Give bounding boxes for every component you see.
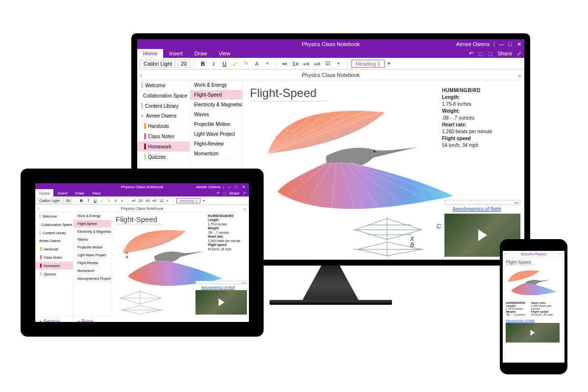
page-item[interactable]: Flight-Review <box>74 259 111 267</box>
share-profile-icon[interactable]: ◌ <box>488 50 493 57</box>
minimize-button[interactable]: — <box>499 41 504 47</box>
ink-button[interactable]: ✎ <box>106 198 112 203</box>
video-title-link[interactable]: Areodynamics of flight <box>201 286 235 289</box>
page-canvas[interactable]: Flight-Speed HUMMINGBIRD Length:1.75-8 i… <box>503 258 564 344</box>
dropdown-icon[interactable]: ▾ <box>165 198 170 203</box>
close-button[interactable]: ✕ <box>241 185 246 189</box>
fullscreen-icon[interactable]: ⤢ <box>517 50 521 57</box>
tab-view[interactable]: View <box>213 49 237 58</box>
profile-icon[interactable]: ◌ <box>478 50 483 57</box>
section-item[interactable]: Collaboration Space <box>35 220 73 229</box>
font-family-select[interactable]: Calibri Light <box>37 198 62 203</box>
font-size-select[interactable]: 20 <box>177 60 190 68</box>
italic-button[interactable]: I <box>85 198 91 203</box>
dropdown-icon[interactable]: ▾ <box>334 60 343 67</box>
section-item[interactable]: Quizzes <box>137 152 190 162</box>
section-item[interactable]: Content Library <box>137 101 190 111</box>
underline-button[interactable]: U <box>92 198 98 203</box>
highlight-button[interactable]: 🖉 <box>99 198 105 203</box>
video-title-link[interactable]: Areodynamics of flight <box>506 319 535 322</box>
page-item[interactable]: Electricity & Magnetism <box>74 228 111 236</box>
page-item[interactable]: Light Wave Project <box>190 129 243 139</box>
search-icon[interactable]: ⌕ <box>239 206 246 211</box>
font-color-button[interactable]: A <box>113 198 119 203</box>
more-icon[interactable]: ⋯ <box>559 252 563 256</box>
page-item[interactable]: Waves <box>74 236 111 244</box>
style-heading-select[interactable]: Heading 1 <box>351 60 385 68</box>
add-section-button[interactable]: + Section <box>35 317 74 322</box>
numbering-button[interactable]: 1≡ <box>291 61 300 67</box>
font-size-select[interactable]: 20 <box>63 197 72 204</box>
share-button[interactable]: Share <box>498 50 512 56</box>
arrow-right-icon[interactable]: ▸ <box>517 200 519 205</box>
section-item[interactable]: Handouts <box>137 121 190 131</box>
style-dropdown-icon[interactable]: ▾ <box>201 198 206 203</box>
share-button[interactable]: Share <box>229 191 240 196</box>
undo-icon[interactable]: ↶ <box>469 50 473 57</box>
tab-draw[interactable]: Draw <box>189 49 213 58</box>
dropdown-icon[interactable]: ▾ <box>120 198 124 203</box>
section-item[interactable]: Aimee Owens <box>35 237 73 245</box>
page-item[interactable]: Work & Energy <box>190 80 243 90</box>
page-item[interactable]: Momentum <box>190 149 243 159</box>
section-item[interactable]: Welcome <box>35 212 73 220</box>
tab-insert[interactable]: Insert <box>53 189 71 198</box>
search-icon[interactable]: ⌕ <box>514 72 521 78</box>
section-item[interactable]: Homework <box>137 142 190 152</box>
underline-button[interactable]: U <box>220 61 229 67</box>
font-family-select[interactable]: Calibri Light <box>140 60 175 68</box>
section-item[interactable]: Quizzes <box>35 270 73 278</box>
tab-draw[interactable]: Draw <box>71 189 88 198</box>
todo-button[interactable]: ☑ <box>158 198 164 203</box>
section-item[interactable]: Aimee Owens <box>137 111 190 121</box>
todo-button[interactable]: ☑ <box>323 60 332 67</box>
back-icon[interactable]: ‹ <box>140 72 147 78</box>
page-item[interactable]: Flight-Speed <box>74 220 111 228</box>
video-thumbnail[interactable] <box>196 290 247 315</box>
section-item[interactable]: Homework <box>35 262 73 270</box>
fullscreen-icon[interactable]: ⤢ <box>243 191 246 196</box>
page-item[interactable]: Flight-Review <box>190 139 243 149</box>
style-dropdown-icon[interactable]: ▾ <box>387 60 392 67</box>
section-item[interactable]: Collaboration Space <box>137 91 190 101</box>
bold-button[interactable]: B <box>78 198 84 203</box>
section-item[interactable]: Class Notes <box>35 253 73 262</box>
font-color-button[interactable]: A <box>252 61 261 67</box>
outdent-button[interactable]: «≡ <box>145 198 150 203</box>
video-title-link[interactable]: Areodynamics of flight <box>453 206 501 212</box>
video-frame-handle[interactable]: ⋯⋯◂▸ <box>444 200 520 205</box>
dropdown-icon[interactable]: ▾ <box>263 60 272 67</box>
page-item[interactable]: Flight-Speed <box>190 90 243 100</box>
italic-button[interactable]: I <box>209 61 218 67</box>
video-thumbnail[interactable] <box>506 323 560 343</box>
page-item[interactable]: Waves <box>190 110 243 120</box>
indent-button[interactable]: »≡ <box>313 61 321 67</box>
tab-home[interactable]: Home <box>137 49 163 58</box>
profile-icon[interactable]: ◌ <box>223 191 226 196</box>
arrow-left-icon[interactable]: ◂ <box>514 200 516 205</box>
minimize-button[interactable]: — <box>226 185 231 189</box>
page-item[interactable]: Work & Energy <box>74 212 111 220</box>
section-item[interactable]: Welcome <box>137 80 190 91</box>
section-item[interactable]: Handouts <box>35 245 73 253</box>
bullets-button[interactable]: •≡ <box>131 198 137 203</box>
numbering-button[interactable]: 1≡ <box>138 198 144 203</box>
add-page-button[interactable]: + Page <box>74 317 112 322</box>
indent-button[interactable]: »≡ <box>151 198 157 203</box>
back-icon[interactable]: ‹ <box>505 252 506 256</box>
tab-view[interactable]: View <box>88 189 104 198</box>
section-item[interactable]: Content Library <box>35 229 73 237</box>
tab-insert[interactable]: Insert <box>163 49 189 58</box>
bullets-button[interactable]: •≡ <box>280 61 289 67</box>
highlight-button[interactable]: 🖉 <box>231 61 240 67</box>
bold-button[interactable]: B <box>198 61 207 67</box>
page-item[interactable]: Projectile Motion <box>74 244 111 251</box>
tab-home[interactable]: Home <box>35 189 53 198</box>
page-canvas[interactable]: Flight-Speed XA <box>243 80 524 260</box>
page-item[interactable]: Electricity & Magnetism <box>190 100 243 110</box>
back-icon[interactable]: ‹ <box>38 206 45 211</box>
close-button[interactable]: ✕ <box>516 41 521 48</box>
page-item[interactable]: Light Wave Project <box>74 251 111 259</box>
page-canvas[interactable]: Flight-Speed XA C HUMMINGBIR <box>112 212 249 317</box>
page-item[interactable]: Momentum <box>74 267 111 275</box>
